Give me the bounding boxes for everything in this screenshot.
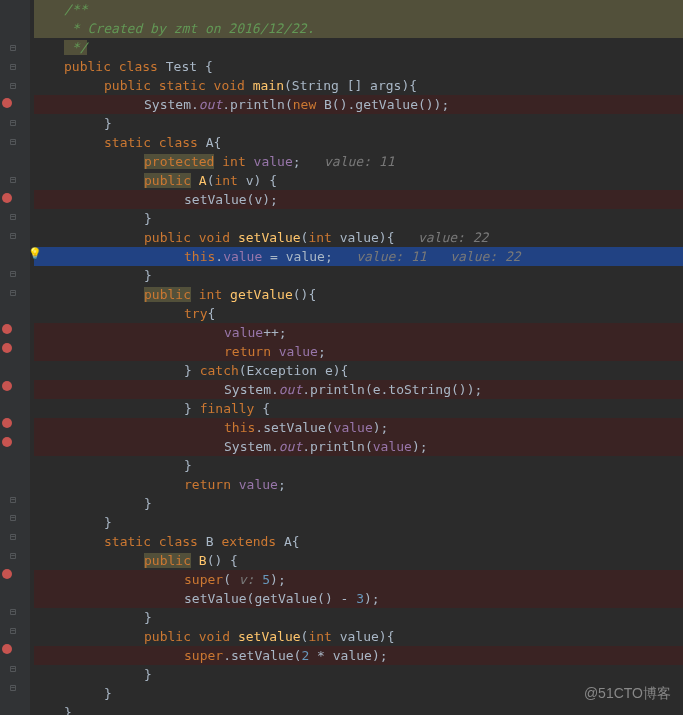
- gutter-row: ⊟: [0, 489, 30, 508]
- code-line: }: [34, 209, 683, 228]
- space: [191, 553, 199, 568]
- code-area[interactable]: /** * Created by zmt on 2016/12/22. */ p…: [30, 0, 683, 715]
- gutter-row: ⊟: [0, 602, 30, 621]
- gutter-row: ⊟: [0, 527, 30, 546]
- semicolon: ;: [325, 249, 356, 264]
- fold-icon[interactable]: ⊟: [10, 211, 20, 221]
- fold-icon[interactable]: ⊟: [10, 663, 20, 673]
- code-line: public int getValue(){: [34, 285, 683, 304]
- fold-icon[interactable]: ⊟: [10, 512, 20, 522]
- brace: }: [104, 116, 112, 131]
- gutter-row: [0, 414, 30, 433]
- doc-comment: */: [64, 40, 87, 55]
- code-line: } finally {: [34, 399, 683, 418]
- class-name: A: [206, 135, 214, 150]
- operator: *: [309, 648, 332, 663]
- gutter-row: [0, 564, 30, 583]
- gutter-row: ⊟: [0, 207, 30, 226]
- fold-icon[interactable]: ⊟: [10, 550, 20, 560]
- gutter-row: [0, 640, 30, 659]
- number: 3: [356, 591, 364, 606]
- fold-icon[interactable]: ⊟: [10, 174, 20, 184]
- fold-icon[interactable]: ⊟: [10, 606, 20, 616]
- fold-icon[interactable]: ⊟: [10, 42, 20, 52]
- keyword: int: [214, 154, 253, 169]
- gutter-row: ⊟: [0, 56, 30, 75]
- code-text: B().getValue());: [324, 97, 449, 112]
- keyword: this: [224, 420, 255, 435]
- brace: {: [197, 59, 213, 74]
- code-line: }: [34, 665, 683, 684]
- field: out: [199, 97, 222, 112]
- fold-icon[interactable]: ⊟: [10, 117, 20, 127]
- gutter-row: ⊟: [0, 508, 30, 527]
- brace: }: [184, 401, 200, 416]
- gutter: ⊟ ⊟ ⊟ ⊟ ⊟ ⊟ ⊟ ⊟ 💡 ⊟ ⊟ ⊟ ⊟ ⊟ ⊟ ⊟ ⊟ ⊟ ⊟: [0, 0, 30, 715]
- gutter-row: [0, 320, 30, 339]
- brace: {: [262, 401, 270, 416]
- fold-icon[interactable]: ⊟: [10, 230, 20, 240]
- gutter-row: ⊟: [0, 263, 30, 282]
- fold-icon[interactable]: ⊟: [10, 494, 20, 504]
- fold-icon[interactable]: ⊟: [10, 682, 20, 692]
- gutter-row: [0, 583, 30, 602]
- brace: }: [144, 268, 152, 283]
- gutter-row: 💡: [0, 245, 30, 264]
- brace: }: [184, 363, 200, 378]
- breakpoint-icon[interactable]: [2, 418, 12, 428]
- fold-icon[interactable]: ⊟: [10, 268, 20, 278]
- code-line: public void setValue(int value){: [34, 627, 683, 646]
- number: 2: [301, 648, 309, 663]
- brace: }: [144, 610, 152, 625]
- code-line: public B() {: [34, 551, 683, 570]
- code-text: System.: [224, 382, 279, 397]
- paren: );: [364, 591, 380, 606]
- breakpoint-icon[interactable]: [2, 644, 12, 654]
- keyword: public void: [144, 230, 238, 245]
- paren: (){: [293, 287, 316, 302]
- brace: }: [104, 515, 112, 530]
- keyword: public void: [144, 629, 238, 644]
- params: (String [] args){: [284, 78, 417, 93]
- breakpoint-icon[interactable]: [2, 193, 12, 203]
- keyword: public: [144, 553, 191, 568]
- fold-icon[interactable]: ⊟: [10, 531, 20, 541]
- fold-icon[interactable]: ⊟: [10, 287, 20, 297]
- constructor: A: [199, 173, 207, 188]
- intention-bulb-icon[interactable]: 💡: [28, 247, 42, 260]
- fold-icon[interactable]: ⊟: [10, 625, 20, 635]
- breakpoint-icon[interactable]: [2, 437, 12, 447]
- code-line: }: [34, 494, 683, 513]
- gutter-row: ⊟: [0, 658, 30, 677]
- field: value: [223, 249, 262, 264]
- watermark: @51CTO博客: [584, 685, 671, 703]
- fold-icon[interactable]: ⊟: [10, 80, 20, 90]
- field: value: [239, 477, 278, 492]
- gutter-row: ⊟: [0, 132, 30, 151]
- gap: [427, 249, 450, 264]
- inlay-hint: value: 11: [356, 249, 426, 264]
- fold-icon[interactable]: ⊟: [10, 61, 20, 71]
- keyword: finally: [200, 401, 263, 416]
- inlay-hint: v:: [239, 572, 262, 587]
- breakpoint-icon[interactable]: [2, 324, 12, 334]
- gutter-row: [0, 357, 30, 376]
- gutter-row: [0, 696, 30, 715]
- doc-comment: * Created by zmt on 2016/12/22.: [64, 21, 314, 36]
- breakpoint-icon[interactable]: [2, 381, 12, 391]
- paren: );: [262, 192, 278, 207]
- breakpoint-icon[interactable]: [2, 343, 12, 353]
- fold-icon[interactable]: ⊟: [10, 136, 20, 146]
- keyword: catch: [200, 363, 239, 378]
- code-line: super.setValue(2 * value);: [34, 646, 683, 665]
- breakpoint-icon[interactable]: [2, 569, 12, 579]
- class-name: A: [284, 534, 292, 549]
- breakpoint-icon[interactable]: [2, 98, 12, 108]
- semicolon: ;: [318, 344, 326, 359]
- code-line: public A(int v) {: [34, 171, 683, 190]
- params: (Exception e){: [239, 363, 349, 378]
- field: value: [224, 325, 263, 340]
- keyword: static class: [104, 135, 206, 150]
- code-line-selected: this.value = value; value: 11 value: 22: [34, 247, 683, 266]
- code-line: public class Test {: [34, 57, 683, 76]
